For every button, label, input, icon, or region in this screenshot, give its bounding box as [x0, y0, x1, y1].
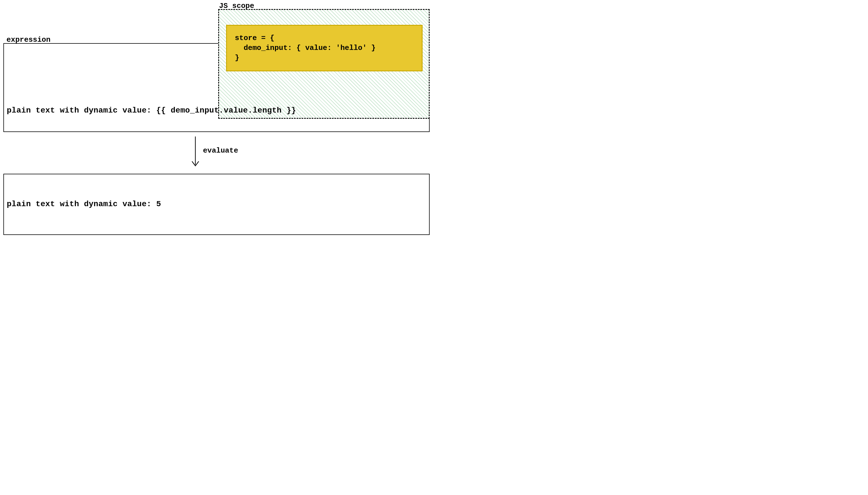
- expression-label: expression: [6, 36, 51, 44]
- evaluate-label: evaluate: [203, 147, 238, 155]
- result-text: plain text with dynamic value: 5: [7, 200, 161, 208]
- store-code: store = { demo_input: { value: 'hello' }…: [235, 33, 375, 63]
- arrow-down-icon: [190, 137, 201, 169]
- reactive-store-box: store = { demo_input: { value: 'hello' }…: [226, 25, 423, 71]
- expression-text: plain text with dynamic value: {{ demo_i…: [7, 106, 296, 115]
- diagram-canvas: JS scope reactive store expression store…: [0, 0, 434, 248]
